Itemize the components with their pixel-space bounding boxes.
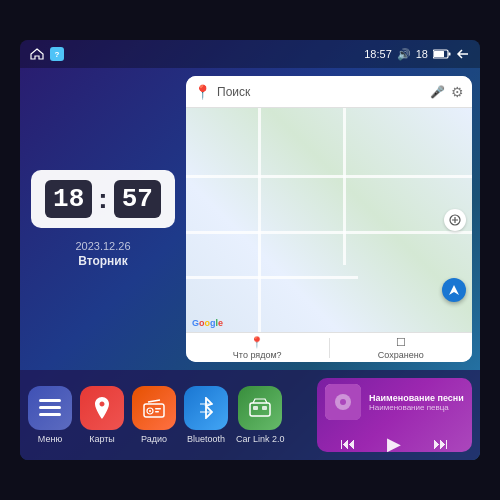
saved-icon: ☐ <box>396 336 406 349</box>
volume-icon: 🔊 <box>397 48 411 61</box>
music-controls: ⏮ ▶ ⏭ <box>317 426 472 452</box>
main-content: 18 : 57 2023.12.26 Вторник 📍 Поиск 🎤 <box>20 68 480 370</box>
map-bottom-bar: 📍 Что рядом? ☐ Сохранено <box>186 332 472 362</box>
app-label-radio: Радио <box>141 434 167 444</box>
map-saved-btn[interactable]: ☐ Сохранено <box>330 336 473 360</box>
app-icon-menu <box>28 386 72 430</box>
map-area[interactable]: Google <box>186 108 472 332</box>
app-item-radio[interactable]: Радио <box>132 386 176 444</box>
app-item-carlink[interactable]: Car Link 2.0 <box>236 386 285 444</box>
map-navigate-button[interactable] <box>442 278 466 302</box>
device-frame: ? 18:57 🔊 18 <box>0 0 500 500</box>
map-widget: 📍 Поиск 🎤 ⚙ <box>186 76 472 362</box>
battery-icon <box>433 49 451 59</box>
svg-rect-13 <box>155 411 159 413</box>
svg-rect-8 <box>39 413 61 416</box>
screen: ? 18:57 🔊 18 <box>20 40 480 460</box>
day-text: Вторник <box>75 254 130 268</box>
bottom-section: МенюКартыРадиоBluetoothCar Link 2.0 Наим… <box>20 370 480 460</box>
map-voice-icon[interactable]: 🎤 <box>430 85 445 99</box>
clock-colon: : <box>96 183 109 215</box>
svg-rect-2 <box>449 53 451 56</box>
app-label-bluetooth: Bluetooth <box>187 434 225 444</box>
saved-label: Сохранено <box>378 350 424 360</box>
right-panel: 📍 Поиск 🎤 ⚙ <box>186 76 472 362</box>
status-bar: ? 18:57 🔊 18 <box>20 40 480 68</box>
clock-hours: 18 <box>45 180 92 218</box>
date-text: 2023.12.26 <box>75 240 130 252</box>
svg-rect-1 <box>434 51 444 57</box>
app-item-menu[interactable]: Меню <box>28 386 72 444</box>
app-icon-maps <box>80 386 124 430</box>
app-icon-bluetooth <box>184 386 228 430</box>
google-logo: Google <box>192 318 223 328</box>
map-zoom-button[interactable] <box>444 209 466 231</box>
status-time: 18:57 <box>364 48 392 60</box>
app-label-maps: Карты <box>89 434 115 444</box>
signal-value: 18 <box>416 48 428 60</box>
song-title: Наименование песни <box>369 393 464 403</box>
svg-rect-16 <box>262 406 267 410</box>
left-panel: 18 : 57 2023.12.26 Вторник <box>28 76 178 362</box>
clock-widget: 18 : 57 <box>31 170 175 228</box>
svg-rect-14 <box>250 403 270 416</box>
music-top: Наименование песни Наименование певца <box>317 378 472 426</box>
music-info: Наименование песни Наименование певца <box>369 393 464 412</box>
map-search-bar[interactable]: 📍 Поиск 🎤 ⚙ <box>186 76 472 108</box>
album-art <box>325 384 361 420</box>
status-icons: 18:57 🔊 18 <box>364 48 470 61</box>
app-icon-carlink <box>238 386 282 430</box>
app-label-carlink: Car Link 2.0 <box>236 434 285 444</box>
app-label-menu: Меню <box>38 434 62 444</box>
map-pin-icon: 📍 <box>194 84 211 100</box>
app-icon-radio <box>132 386 176 430</box>
svg-point-11 <box>149 410 151 412</box>
date-info: 2023.12.26 Вторник <box>75 240 130 268</box>
app-item-bluetooth[interactable]: Bluetooth <box>184 386 228 444</box>
map-nearby-btn[interactable]: 📍 Что рядом? <box>186 336 329 360</box>
back-icon[interactable] <box>456 48 470 60</box>
nearby-label: Что рядом? <box>233 350 282 360</box>
play-button[interactable]: ▶ <box>380 430 408 452</box>
home-icon <box>30 48 44 60</box>
app-grid: МенюКартыРадиоBluetoothCar Link 2.0 <box>28 378 311 452</box>
clock-minutes: 57 <box>114 180 161 218</box>
svg-rect-15 <box>253 406 258 410</box>
status-left: ? <box>30 47 64 61</box>
nav-icon: ? <box>50 47 64 61</box>
nearby-icon: 📍 <box>250 336 264 349</box>
album-art-image <box>325 384 361 420</box>
prev-button[interactable]: ⏮ <box>334 430 362 452</box>
svg-rect-6 <box>39 399 61 402</box>
map-settings-icon[interactable]: ⚙ <box>451 84 464 100</box>
music-player: Наименование песни Наименование певца ⏮ … <box>317 378 472 452</box>
next-button[interactable]: ⏭ <box>427 430 455 452</box>
svg-rect-7 <box>39 406 61 409</box>
svg-rect-12 <box>155 408 161 410</box>
artist-name: Наименование певца <box>369 403 464 412</box>
map-search-input[interactable]: Поиск <box>217 85 424 99</box>
app-item-maps[interactable]: Карты <box>80 386 124 444</box>
